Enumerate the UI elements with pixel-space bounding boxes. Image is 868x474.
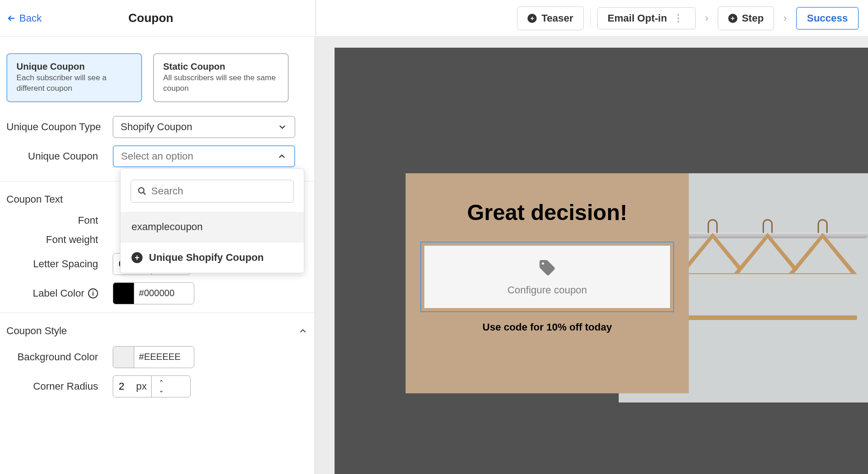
input-label-color[interactable]: #000000 [113, 282, 194, 304]
color-hex: #000000 [134, 288, 179, 298]
row-label-color: Label Color i #000000 [6, 282, 308, 304]
corner-radius-unit: px [136, 380, 151, 392]
color-swatch[interactable] [113, 347, 134, 368]
chevron-down-icon [277, 122, 287, 132]
label-bg-color: Background Color [6, 351, 113, 363]
app-header: Back Coupon + Teaser Email Opt-in ⋮ › + … [0, 0, 868, 37]
label-letter-spacing: Letter Spacing [6, 258, 113, 270]
dropdown-unique-coupon-type[interactable]: Shopify Coupon [113, 116, 295, 138]
chevron-up-icon [277, 151, 287, 161]
card-title: Unique Coupon [16, 61, 132, 72]
hex-value: 000000 [144, 288, 175, 298]
coupon-block-selected[interactable]: Configure coupon [420, 242, 674, 312]
step-nav: + Teaser Email Opt-in ⋮ › + Step › Succe… [517, 6, 859, 30]
step-label: Step [742, 12, 764, 24]
step-label: Success [807, 12, 848, 24]
label-label-color: Label Color i [6, 287, 113, 299]
search-icon [137, 187, 147, 196]
hex-value: EEEEEE [144, 352, 181, 362]
action-label: Unique Shopify Coupon [149, 252, 264, 264]
preview-canvas: Great decision! Configure coupon Use cod… [335, 48, 868, 474]
step-email-optin[interactable]: Email Opt-in ⋮ [597, 7, 696, 29]
label-corner-radius: Corner Radius [6, 380, 113, 392]
plus-icon: + [132, 252, 143, 263]
card-title: Static Coupon [163, 61, 279, 72]
step-label: Teaser [541, 12, 573, 24]
section-title: Coupon Style [6, 325, 67, 337]
color-swatch[interactable] [113, 283, 134, 304]
page-title: Coupon [128, 11, 173, 25]
section-title: Coupon Text [6, 193, 63, 205]
spinner [151, 376, 170, 397]
back-label: Back [19, 12, 42, 24]
label-font-weight: Font weight [6, 234, 113, 246]
preview-panel: Great decision! Configure coupon Use cod… [315, 37, 868, 474]
header-divider [315, 0, 316, 37]
card-desc: Each subscriber will see a different cou… [16, 73, 132, 94]
coupon-block: Configure coupon [424, 246, 670, 308]
option-label: examplecoupon [132, 221, 203, 233]
color-hex: #EEEEEE [134, 352, 185, 362]
back-button[interactable]: Back [0, 12, 42, 24]
step-success[interactable]: Success [796, 7, 859, 30]
search-input[interactable] [151, 185, 287, 197]
card-static-coupon[interactable]: Static Coupon All subscribers will see t… [153, 53, 289, 102]
spin-down[interactable] [152, 386, 170, 397]
row-unique-coupon-type: Unique Coupon Type Shopify Coupon [6, 116, 308, 138]
popup-subline: Use code for 10% off today [419, 321, 675, 333]
dropdown-option-examplecoupon[interactable]: examplecoupon [121, 212, 304, 242]
svg-point-0 [139, 187, 144, 193]
dropdown-menu-unique-coupon: examplecoupon + Unique Shopify Coupon [120, 168, 304, 273]
card-unique-coupon[interactable]: Unique Coupon Each subscriber will see a… [6, 53, 142, 102]
dropdown-unique-coupon[interactable]: Select an option [113, 145, 295, 167]
section-coupon-style[interactable]: Coupon Style [0, 313, 314, 346]
kebab-icon[interactable]: ⋮ [671, 12, 685, 24]
step-label: Email Opt-in [608, 12, 667, 24]
row-bg-color: Background Color #EEEEEE [6, 346, 308, 368]
info-icon[interactable]: i [88, 288, 98, 298]
settings-panel: Unique Coupon Each subscriber will see a… [0, 37, 315, 474]
row-corner-radius: Corner Radius px [6, 375, 308, 397]
step-step[interactable]: + Step [718, 6, 775, 30]
corner-radius-value[interactable] [113, 380, 136, 392]
chevron-up-icon [298, 326, 308, 336]
bg-hanger [788, 219, 857, 279]
input-bg-color[interactable]: #EEEEEE [113, 346, 194, 368]
tag-icon [538, 259, 556, 277]
dropdown-placeholder: Select an option [121, 150, 193, 162]
label-font: Font [6, 215, 113, 226]
label-unique-coupon-type: Unique Coupon Type [6, 121, 113, 133]
plus-icon: + [728, 14, 737, 23]
v-divider [590, 10, 591, 27]
spin-up[interactable] [152, 376, 170, 386]
arrow-left-icon [6, 13, 16, 23]
dropdown-search-box[interactable] [131, 180, 294, 203]
popup-headline: Great decision! [419, 200, 675, 225]
row-unique-coupon: Unique Coupon Select an option exampleco… [6, 145, 308, 167]
coupon-type-selector: Unique Coupon Each subscriber will see a… [6, 37, 308, 116]
step-teaser[interactable]: + Teaser [517, 6, 583, 30]
dropdown-action-create[interactable]: + Unique Shopify Coupon [121, 242, 304, 273]
plus-icon: + [527, 14, 537, 23]
input-corner-radius[interactable]: px [113, 375, 191, 397]
chevron-right-icon: › [702, 12, 711, 24]
label-color-text: Label Color [33, 287, 84, 299]
chevron-right-icon: › [780, 12, 789, 24]
dropdown-value: Shopify Coupon [121, 121, 192, 133]
main-area: Unique Coupon Each subscriber will see a… [0, 37, 868, 474]
label-unique-coupon: Unique Coupon [6, 150, 113, 162]
preview-popup: Great decision! Configure coupon Use cod… [406, 173, 689, 393]
configure-coupon-text: Configure coupon [507, 284, 587, 296]
card-desc: All subscribers will see the same coupon [163, 73, 279, 94]
